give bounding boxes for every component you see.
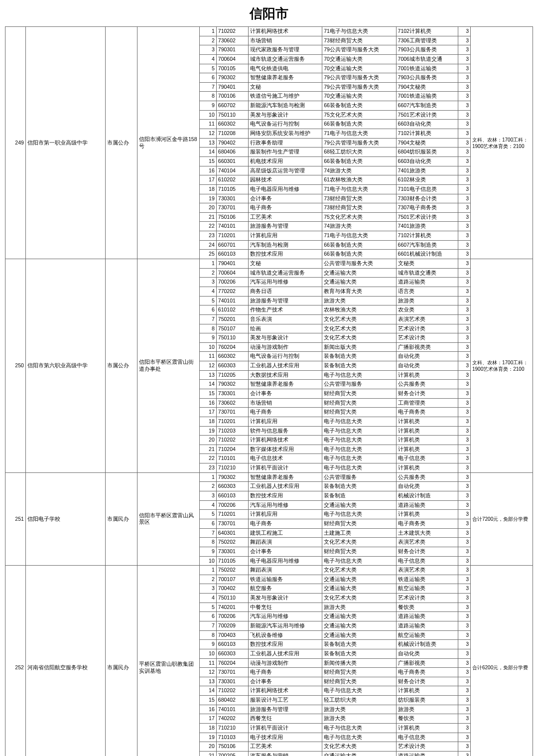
years: 3 [458,724,471,733]
category-1: 70交通运输大类 [322,64,396,73]
years: 3 [458,528,471,538]
major-name: 工艺美术 [249,742,322,752]
row-num: 21 [199,751,216,756]
major-name: 电子电器应用与维修 [249,556,322,566]
major-code: 610102 [216,305,248,315]
category-1: 旅游大类 [322,705,396,714]
row-num: 6 [199,519,216,528]
major-name: 高星级饭店运营与管理 [249,166,322,175]
category-2: 表演艺术类 [396,314,458,324]
years: 3 [458,538,471,547]
major-name: 电子商务 [249,203,322,213]
category-1: 66装备制造大类 [322,120,396,129]
category-2: 7303财务会计类 [396,194,458,203]
major-code: 760204 [216,342,248,352]
major-code: 730701 [216,668,248,677]
row-num: 12 [199,129,216,139]
row-num: 8 [199,92,216,101]
years: 3 [458,408,471,417]
row-num: 5 [199,64,216,73]
category-1: 73财经商贸大类 [322,203,396,213]
category-2: 7102计算机类 [396,231,458,241]
category-2: 7306工商管理类 [396,36,458,45]
major-code: 730301 [216,677,248,686]
category-2: 道路运输类 [396,751,458,756]
category-1: 75文化艺术大类 [322,110,396,120]
category-1: 教育与体育大类 [322,287,396,296]
major-code: 730602 [216,36,248,45]
years: 3 [458,45,471,55]
years: 3 [458,194,471,203]
years: 3 [458,705,471,714]
row-num: 11 [199,120,216,129]
category-2: 计算机类 [396,426,458,436]
category-2: 自动化类 [396,352,458,361]
category-2: 餐饮类 [396,714,458,724]
category-2: 广播影视类类 [396,342,458,352]
major-name: 会计事务 [249,194,322,203]
major-code: 730701 [216,519,248,528]
major-name: 汽车制造与检测 [249,240,322,250]
years: 3 [458,658,471,668]
category-1: 71电子与信息大类 [322,129,396,139]
major-name: 计算机应用 [249,510,322,519]
category-1: 公共管理服务 [322,472,396,482]
major-code: 700206 [216,612,248,621]
row-num: 12 [199,668,216,677]
category-2: 计算机类 [396,417,458,426]
major-code: 710101 [216,454,248,463]
years: 3 [458,436,471,445]
category-2: 7903公共服务类 [396,73,458,83]
category-1: 交通运输大类 [322,584,396,594]
category-2: 工商管理类 [396,398,458,408]
category-2: 公共服务类 [396,472,458,482]
major-code: 740201 [216,603,248,612]
row-num: 11 [199,352,216,361]
major-code: 700206 [216,278,248,287]
category-2: 计算机类 [396,463,458,473]
row-num: 3 [199,584,216,594]
major-code: 710210 [216,463,248,473]
category-1: 交通运输大类 [322,268,396,278]
major-name: 电子商务 [249,668,322,677]
major-name: 旅游服务与管理 [249,296,322,305]
school-addr: 信阳市平桥区震雷山风景区 [137,472,200,565]
years: 3 [458,519,471,528]
years: 3 [458,27,471,36]
major-code: 700105 [216,64,248,73]
major-code: 660302 [216,120,248,129]
category-2: 道路运输类 [396,612,458,621]
category-1: 71电子与信息大类 [322,184,396,194]
major-code: 610202 [216,175,248,185]
major-code: 700209 [216,621,248,631]
category-1: 文化艺术大类 [322,538,396,547]
row-num: 2 [199,575,216,584]
years: 3 [458,398,471,408]
major-name: 计算机网络技术 [249,686,322,696]
table-row: 252河南省信阳航空服务学校市属民办平桥区震雷山职教集团实训基地1750202舞… [5,566,533,575]
category-1: 交通运输大类 [322,575,396,584]
category-2: 电子商务类 [396,519,458,528]
category-2: 航空运输类 [396,630,458,640]
major-code: 790302 [216,380,248,389]
row-num: 1 [199,27,216,36]
years: 3 [458,120,471,129]
row-num: 19 [199,733,216,742]
category-1: 公共管理与服务大类 [322,259,396,269]
major-code: 710105 [216,556,248,566]
major-name: 汽车运用与维修 [249,278,322,287]
row-num: 19 [199,194,216,203]
category-1: 财经商贸大类 [322,547,396,556]
major-name: 作物生产技术 [249,305,322,315]
category-2: 财务会计类 [396,677,458,686]
major-name: 服装设计与工艺 [249,696,322,705]
category-2: 自动化类 [396,482,458,491]
row-num: 20 [199,742,216,752]
major-name: 网络安防系统安装与维护 [249,129,322,139]
major-name: 大数据技术应用 [249,370,322,380]
major-name: 音乐表演 [249,314,322,324]
row-num: 21 [199,445,216,454]
table-row: 249信阳市第一职业高级中学市属公办信阳市浉河区金牛路158号1710202计算… [5,27,533,36]
category-2: 自动化类 [396,649,458,658]
category-1: 79公共管理与服务大类 [322,138,396,148]
